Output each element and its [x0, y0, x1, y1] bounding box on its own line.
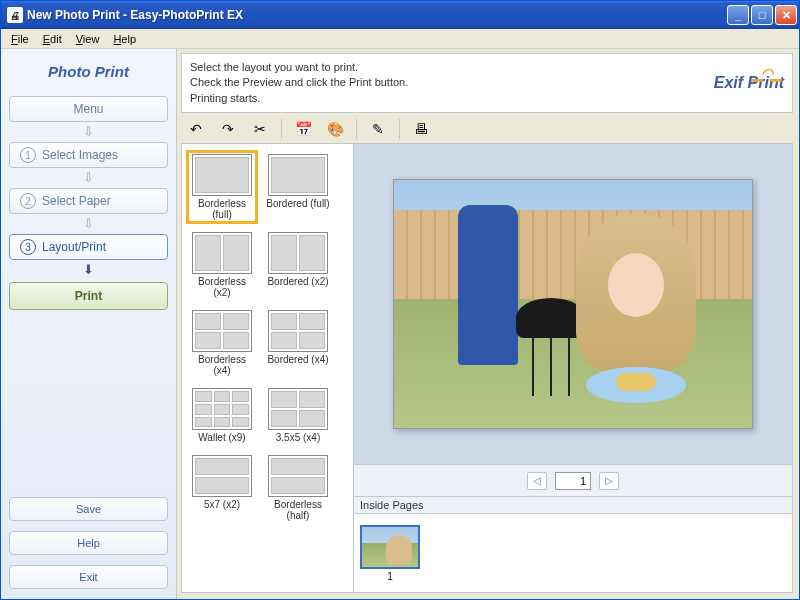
- step-select-paper[interactable]: 2Select Paper: [9, 188, 168, 214]
- preview-photo[interactable]: [393, 179, 753, 429]
- layout-label: 5x7 (x2): [204, 499, 240, 510]
- layout-label: Bordered (full): [266, 198, 329, 209]
- preview-area: [354, 144, 792, 464]
- save-button[interactable]: Save: [9, 497, 168, 521]
- filmstrip-item[interactable]: 1: [360, 525, 420, 582]
- layout-option[interactable]: Borderless (full): [186, 150, 258, 224]
- tool-rotate-right-icon[interactable]: ↷: [217, 118, 239, 140]
- layout-label: Bordered (x2): [267, 276, 328, 287]
- layout-label: Borderless (full): [190, 198, 254, 220]
- layout-option[interactable]: Borderless (x4): [186, 306, 258, 380]
- menu-view[interactable]: View: [70, 31, 106, 47]
- layout-label: Bordered (x4): [267, 354, 328, 365]
- layout-option[interactable]: Bordered (x2): [262, 228, 334, 302]
- layout-thumb: [268, 232, 328, 274]
- tool-date-icon[interactable]: 📅: [292, 118, 314, 140]
- layout-option[interactable]: Bordered (full): [262, 150, 334, 224]
- titlebar: 🖨 New Photo Print - Easy-PhotoPrint EX _…: [1, 1, 799, 29]
- filmstrip-header: Inside Pages: [354, 496, 792, 514]
- tool-color-icon[interactable]: 🎨: [324, 118, 346, 140]
- arrow-down-icon: ⇩: [9, 174, 168, 182]
- layout-thumb: [268, 455, 328, 497]
- layout-thumb: [268, 310, 328, 352]
- layout-thumb: [268, 388, 328, 430]
- page-number-input[interactable]: 1: [555, 472, 591, 490]
- tool-crop-icon[interactable]: ✂: [249, 118, 271, 140]
- sidebar-title: Photo Print: [9, 59, 168, 90]
- exit-button[interactable]: Exit: [9, 565, 168, 589]
- next-page-button[interactable]: ▷: [599, 472, 619, 490]
- step-layout-print[interactable]: 3Layout/Print: [9, 234, 168, 260]
- layout-option[interactable]: Bordered (x4): [262, 306, 334, 380]
- layout-option[interactable]: 3.5x5 (x4): [262, 384, 334, 447]
- arrow-down-icon: ⬇: [9, 266, 168, 274]
- maximize-button[interactable]: □: [751, 5, 773, 25]
- sidebar: Photo Print Menu ⇩ 1Select Images ⇩ 2Sel…: [1, 49, 177, 599]
- layout-thumb: [192, 455, 252, 497]
- layout-label: Borderless (x2): [190, 276, 254, 298]
- help-button[interactable]: Help: [9, 531, 168, 555]
- instructions-panel: Select the layout you want to print. Che…: [181, 53, 793, 113]
- filmstrip-label: 1: [387, 571, 393, 582]
- layout-option[interactable]: Wallet (x9): [186, 384, 258, 447]
- close-button[interactable]: ✕: [775, 5, 797, 25]
- prev-page-button[interactable]: ◁: [527, 472, 547, 490]
- separator: [281, 119, 282, 139]
- layout-label: 3.5x5 (x4): [276, 432, 320, 443]
- filmstrip-thumb: [360, 525, 420, 569]
- exif-print-logo: ▁◠▁Exif Print: [706, 72, 784, 94]
- layout-thumb: [268, 154, 328, 196]
- app-icon: 🖨: [7, 7, 23, 23]
- minimize-button[interactable]: _: [727, 5, 749, 25]
- layout-option[interactable]: Borderless (x2): [186, 228, 258, 302]
- separator: [399, 119, 400, 139]
- layout-label: Wallet (x9): [198, 432, 245, 443]
- layout-option[interactable]: Borderless (half): [262, 451, 334, 525]
- pager: ◁ 1 ▷: [354, 464, 792, 496]
- tool-rotate-left-icon[interactable]: ↶: [185, 118, 207, 140]
- layout-thumb: [192, 232, 252, 274]
- window-title: New Photo Print - Easy-PhotoPrint EX: [27, 8, 727, 22]
- tool-edit-icon[interactable]: ✎: [367, 118, 389, 140]
- arrow-down-icon: ⇩: [9, 220, 168, 228]
- layout-thumb: [192, 154, 252, 196]
- step-select-images[interactable]: 1Select Images: [9, 142, 168, 168]
- filmstrip: 1: [354, 514, 792, 592]
- layout-list[interactable]: Borderless (full)Bordered (full)Borderle…: [182, 144, 354, 592]
- toolbar: ↶ ↷ ✂ 📅 🎨 ✎ 🖶: [177, 115, 799, 143]
- layout-thumb: [192, 388, 252, 430]
- menu-button[interactable]: Menu: [9, 96, 168, 122]
- layout-label: Borderless (x4): [190, 354, 254, 376]
- instruction-line: Select the layout you want to print.: [190, 60, 408, 75]
- layout-thumb: [192, 310, 252, 352]
- menu-help[interactable]: Help: [107, 31, 142, 47]
- tool-settings-icon[interactable]: 🖶: [410, 118, 432, 140]
- menubar: File Edit View Help: [1, 29, 799, 49]
- separator: [356, 119, 357, 139]
- layout-label: Borderless (half): [266, 499, 330, 521]
- menu-edit[interactable]: Edit: [37, 31, 68, 47]
- layout-option[interactable]: 5x7 (x2): [186, 451, 258, 525]
- instruction-line: Check the Preview and click the Print bu…: [190, 75, 408, 90]
- arrow-down-icon: ⇩: [9, 128, 168, 136]
- instruction-line: Printing starts.: [190, 91, 408, 106]
- print-button[interactable]: Print: [9, 282, 168, 310]
- menu-file[interactable]: File: [5, 31, 35, 47]
